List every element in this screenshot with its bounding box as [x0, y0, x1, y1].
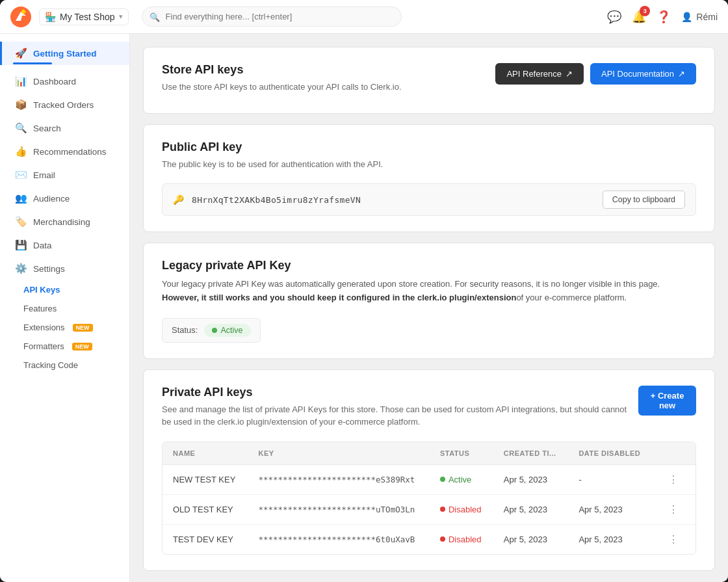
- main-layout: 🚀 Getting Started 📊 Dashboard 📦 Tracked …: [0, 34, 728, 582]
- sidebar-item-label: Audience: [33, 194, 70, 204]
- sidebar-item-label: Tracked Orders: [33, 100, 94, 110]
- sidebar-item-settings[interactable]: ⚙️ Settings: [0, 257, 129, 280]
- public-api-key-value: 8HrnXqTt2XAKb4Bo5imru8zYrafsmeVN: [192, 195, 595, 205]
- private-api-keys-card: Private API keys See and manage the list…: [143, 369, 715, 571]
- sidebar-item-dashboard[interactable]: 📊 Dashboard: [0, 70, 129, 93]
- cell-name: OLD TEST KEY: [162, 494, 248, 524]
- sidebar-item-label: Merchandising: [33, 217, 90, 227]
- data-icon: 💾: [15, 239, 27, 251]
- api-documentation-label: API Documentation: [601, 69, 674, 79]
- sidebar-sub-item-formatters[interactable]: Formatters NEW: [0, 337, 129, 356]
- cell-key: ************************6t0uXavB: [248, 524, 429, 554]
- api-keys-table: NAME KEY STATUS CREATED TI... DATE DISAB…: [162, 442, 696, 554]
- store-api-keys-title: Store API keys: [162, 63, 402, 77]
- sidebar-item-data[interactable]: 💾 Data: [0, 233, 129, 257]
- api-reference-button[interactable]: API Reference ↗: [495, 63, 584, 85]
- sidebar-sub-item-tracking-code[interactable]: Tracking Code: [0, 356, 129, 375]
- cell-created: Apr 5, 2023: [493, 524, 569, 554]
- create-new-button[interactable]: + Create new: [638, 386, 696, 416]
- sidebar-item-label: Search: [33, 124, 61, 133]
- extensions-new-badge: NEW: [73, 324, 93, 332]
- sidebar-item-email[interactable]: ✉️ Email: [0, 163, 129, 187]
- row-menu-button[interactable]: ⋮: [663, 531, 684, 548]
- features-label: Features: [23, 304, 57, 313]
- external-link-icon-2: ↗: [678, 69, 685, 79]
- formatters-new-badge: NEW: [72, 343, 92, 351]
- search-input[interactable]: [142, 7, 402, 27]
- formatters-label: Formatters: [23, 341, 64, 351]
- store-api-keys-card: Store API keys Use the store API keys to…: [143, 47, 715, 114]
- sidebar-item-search[interactable]: 🔍 Search: [0, 116, 129, 140]
- legacy-description-bold: However, it still works and you should k…: [162, 293, 516, 302]
- col-key: KEY: [248, 442, 429, 465]
- cell-disabled: Apr 5, 2023: [568, 524, 653, 554]
- row-menu-button[interactable]: ⋮: [663, 471, 684, 488]
- sidebar-item-getting-started[interactable]: 🚀 Getting Started: [0, 42, 129, 65]
- row-menu-button[interactable]: ⋮: [663, 501, 684, 518]
- sidebar-item-tracked-orders[interactable]: 📦 Tracked Orders: [0, 93, 129, 116]
- store-selector[interactable]: 🏪 My Test Shop ▾: [39, 8, 129, 25]
- api-reference-label: API Reference: [506, 69, 562, 79]
- public-api-key-title: Public API key: [162, 140, 696, 154]
- main-content: Store API keys Use the store API keys to…: [130, 34, 728, 582]
- cell-menu: ⋮: [653, 464, 696, 494]
- cell-created: Apr 5, 2023: [493, 494, 569, 524]
- sidebar-sub-item-features[interactable]: Features: [0, 299, 129, 318]
- public-api-key-row: 🔑 8HrnXqTt2XAKb4Bo5imru8zYrafsmeVN Copy …: [162, 183, 696, 216]
- public-api-key-description: The public key is to be used for authent…: [162, 158, 696, 171]
- legacy-api-key-title: Legacy private API Key: [162, 259, 696, 272]
- api-key-actions: API Reference ↗ API Documentation ↗: [495, 63, 696, 85]
- table-row: OLD TEST KEY ************************uTO…: [162, 494, 696, 524]
- sidebar-item-label: Email: [33, 170, 55, 180]
- cell-status: Disabled: [430, 494, 493, 524]
- user-menu[interactable]: 👤 Rémi: [681, 12, 718, 22]
- chat-button[interactable]: 💬: [607, 10, 621, 24]
- chat-icon: 💬: [607, 10, 621, 24]
- private-api-keys-header: Private API keys See and manage the list…: [162, 386, 696, 429]
- store-icon: 🏪: [45, 12, 56, 22]
- help-button[interactable]: ❓: [656, 10, 671, 24]
- api-documentation-button[interactable]: API Documentation ↗: [590, 63, 696, 85]
- col-disabled: DATE DISABLED: [568, 442, 653, 465]
- cell-disabled: -: [568, 464, 653, 494]
- col-created: CREATED TI...: [493, 442, 569, 465]
- sidebar-item-label: Data: [33, 241, 52, 250]
- sidebar-item-audience[interactable]: 👥 Audience: [0, 187, 129, 210]
- key-icon: 🔑: [173, 194, 184, 205]
- cell-key: ************************uTOmO3Ln: [248, 494, 429, 524]
- header-search-container: 🔍: [142, 7, 402, 27]
- private-api-keys-description: See and manage the list of private API K…: [162, 403, 638, 429]
- notifications-button[interactable]: 🔔 3: [632, 10, 646, 24]
- cell-name: NEW TEST KEY: [162, 464, 248, 494]
- sidebar-sub-item-api-keys[interactable]: API Keys: [0, 280, 129, 299]
- legacy-description-plain: Your legacy private API Key was automati…: [162, 279, 660, 289]
- status-indicator: [440, 536, 445, 542]
- sidebar-item-merchandising[interactable]: 🏷️ Merchandising: [0, 210, 129, 233]
- sidebar-item-recommendations[interactable]: 👍 Recommendations: [0, 140, 129, 163]
- tracking-code-label: Tracking Code: [23, 360, 78, 370]
- table-body: NEW TEST KEY ************************eS3…: [162, 464, 696, 554]
- col-name: NAME: [162, 442, 248, 465]
- getting-started-icon: 🚀: [15, 47, 27, 59]
- user-icon: 👤: [681, 12, 692, 22]
- recommendations-icon: 👍: [15, 146, 27, 157]
- status-badge: Active: [204, 324, 250, 337]
- cell-disabled: Apr 5, 2023: [568, 494, 653, 524]
- public-api-key-card: Public API key The public key is to be u…: [143, 124, 715, 233]
- external-link-icon: ↗: [566, 69, 573, 79]
- cell-status: Active: [430, 464, 493, 494]
- status-indicator: [440, 507, 445, 512]
- sidebar: 🚀 Getting Started 📊 Dashboard 📦 Tracked …: [0, 34, 130, 582]
- status-value: Active: [220, 326, 242, 335]
- col-status: STATUS: [430, 442, 493, 465]
- cell-menu: ⋮: [653, 494, 696, 524]
- sidebar-item-label: Recommendations: [33, 147, 107, 157]
- help-icon: ❓: [656, 10, 671, 24]
- sidebar-item-label: Dashboard: [33, 77, 76, 86]
- sidebar-sub-item-extensions[interactable]: Extensions NEW: [0, 318, 129, 337]
- copy-to-clipboard-button[interactable]: Copy to clipboard: [603, 191, 685, 209]
- cell-name: TEST DEV KEY: [162, 524, 248, 554]
- notification-badge: 3: [640, 6, 650, 16]
- audience-icon: 👥: [15, 192, 27, 204]
- store-name: My Test Shop: [60, 12, 115, 22]
